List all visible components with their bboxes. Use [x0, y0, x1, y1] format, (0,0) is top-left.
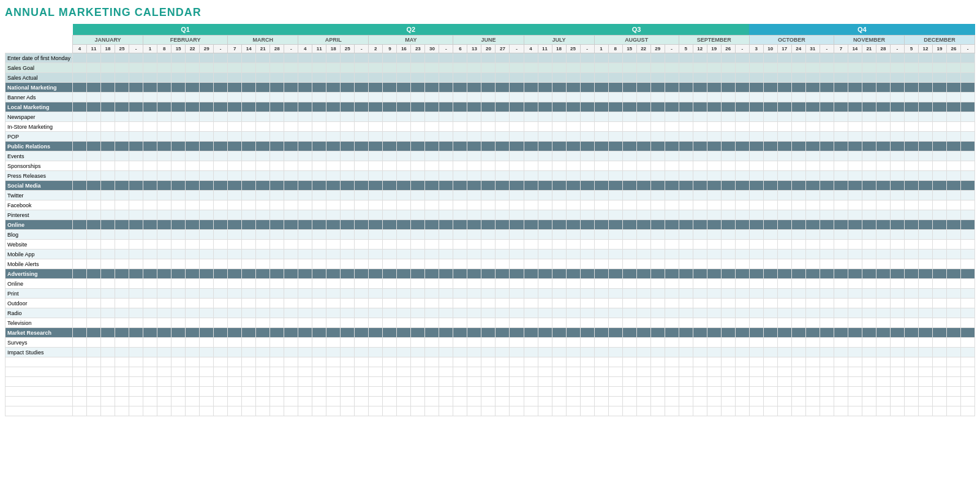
data-cell[interactable]: [157, 318, 172, 328]
data-cell[interactable]: [876, 406, 890, 416]
data-cell[interactable]: [73, 151, 87, 161]
data-cell[interactable]: [172, 132, 186, 142]
data-cell[interactable]: [636, 357, 650, 367]
data-cell[interactable]: [650, 406, 665, 416]
data-cell[interactable]: [946, 357, 960, 367]
data-cell[interactable]: [805, 308, 820, 318]
data-cell[interactable]: [143, 250, 157, 259]
data-cell[interactable]: [580, 73, 594, 83]
data-cell[interactable]: [157, 230, 172, 240]
data-cell[interactable]: [693, 191, 707, 200]
data-cell[interactable]: [369, 191, 383, 200]
data-cell[interactable]: [326, 200, 341, 210]
data-cell[interactable]: [834, 230, 848, 240]
data-cell[interactable]: [820, 230, 834, 240]
data-cell[interactable]: [439, 122, 453, 132]
data-cell[interactable]: [777, 308, 791, 318]
data-cell[interactable]: [200, 250, 214, 259]
data-cell[interactable]: [580, 112, 594, 122]
data-cell[interactable]: [580, 122, 594, 132]
data-cell[interactable]: [481, 191, 496, 200]
data-cell[interactable]: [791, 377, 805, 387]
data-cell[interactable]: [693, 318, 707, 328]
data-cell[interactable]: [693, 122, 707, 132]
data-cell[interactable]: [242, 191, 256, 200]
data-cell[interactable]: [721, 387, 735, 397]
data-cell[interactable]: [256, 191, 270, 200]
data-cell[interactable]: [890, 289, 904, 299]
data-cell[interactable]: [524, 200, 538, 210]
data-cell[interactable]: [665, 191, 679, 200]
data-cell[interactable]: [298, 299, 312, 308]
data-cell[interactable]: [172, 318, 186, 328]
data-cell[interactable]: [326, 406, 341, 416]
data-cell[interactable]: [87, 122, 101, 132]
data-cell[interactable]: [904, 259, 918, 269]
data-cell[interactable]: [439, 200, 453, 210]
data-cell[interactable]: [200, 132, 214, 142]
data-cell[interactable]: [636, 387, 650, 397]
data-cell[interactable]: [707, 367, 721, 377]
data-cell[interactable]: [960, 93, 974, 102]
data-cell[interactable]: [552, 318, 566, 328]
data-cell[interactable]: [693, 161, 707, 171]
data-cell[interactable]: [270, 171, 284, 181]
data-cell[interactable]: [397, 357, 411, 367]
data-cell[interactable]: [326, 377, 341, 387]
data-cell[interactable]: [679, 191, 693, 200]
data-cell[interactable]: [524, 279, 538, 289]
data-cell[interactable]: [510, 318, 524, 328]
data-cell[interactable]: [820, 151, 834, 161]
data-cell[interactable]: [467, 259, 481, 269]
data-cell[interactable]: [608, 210, 622, 220]
data-cell[interactable]: [650, 210, 665, 220]
data-cell[interactable]: [270, 338, 284, 348]
data-cell[interactable]: [594, 357, 608, 367]
data-cell[interactable]: [439, 250, 453, 259]
data-cell[interactable]: [298, 200, 312, 210]
data-cell[interactable]: [777, 161, 791, 171]
data-cell[interactable]: [481, 289, 496, 299]
data-cell[interactable]: [284, 348, 298, 357]
data-cell[interactable]: [157, 406, 172, 416]
data-cell[interactable]: [453, 406, 467, 416]
data-cell[interactable]: [665, 308, 679, 318]
data-cell[interactable]: [129, 240, 143, 250]
data-cell[interactable]: [904, 93, 918, 102]
data-cell[interactable]: [397, 377, 411, 387]
data-cell[interactable]: [538, 200, 552, 210]
data-cell[interactable]: [496, 377, 510, 387]
data-cell[interactable]: [791, 397, 805, 406]
data-cell[interactable]: [397, 151, 411, 161]
data-cell[interactable]: [186, 112, 200, 122]
data-cell[interactable]: [87, 279, 101, 289]
data-cell[interactable]: [200, 259, 214, 269]
data-cell[interactable]: [397, 200, 411, 210]
data-cell[interactable]: [566, 279, 580, 289]
data-cell[interactable]: [284, 338, 298, 348]
data-cell[interactable]: [425, 161, 439, 171]
data-cell[interactable]: [355, 73, 369, 83]
data-cell[interactable]: [777, 171, 791, 181]
data-cell[interactable]: [73, 338, 87, 348]
data-cell[interactable]: [904, 377, 918, 387]
data-cell[interactable]: [467, 299, 481, 308]
data-cell[interactable]: [693, 112, 707, 122]
data-cell[interactable]: [848, 151, 862, 161]
data-cell[interactable]: [960, 308, 974, 318]
data-cell[interactable]: [904, 63, 918, 73]
data-cell[interactable]: [636, 259, 650, 269]
data-cell[interactable]: [157, 289, 172, 299]
data-cell[interactable]: [425, 63, 439, 73]
data-cell[interactable]: [496, 338, 510, 348]
data-cell[interactable]: [777, 250, 791, 259]
data-cell[interactable]: [580, 200, 594, 210]
data-cell[interactable]: [214, 210, 228, 220]
data-cell[interactable]: [369, 250, 383, 259]
data-cell[interactable]: [946, 122, 960, 132]
data-cell[interactable]: [946, 230, 960, 240]
data-cell[interactable]: [890, 397, 904, 406]
data-cell[interactable]: [735, 122, 749, 132]
data-cell[interactable]: [650, 338, 665, 348]
data-cell[interactable]: [214, 377, 228, 387]
